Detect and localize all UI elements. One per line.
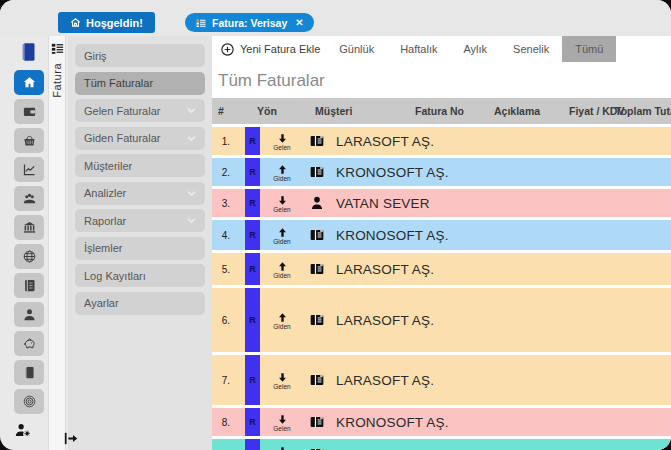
rail-piggy-bank-button[interactable] xyxy=(14,331,44,356)
rail-basket-button[interactable] xyxy=(14,128,44,153)
customer-name: LARASOFT AŞ. xyxy=(336,288,434,352)
table-row[interactable]: 5.RGidenLARASOFT AŞ. xyxy=(212,253,671,285)
customer-name: LARASOFT AŞ. xyxy=(336,355,434,405)
table-row[interactable]: 1.RGelenLARASOFT AŞ. xyxy=(212,127,671,155)
top-bar: Hoşgeldin! Fatura: Verisay ✕ xyxy=(0,0,671,36)
filter-gunluk-button[interactable]: Günlük xyxy=(326,36,387,62)
company-icon xyxy=(305,253,329,285)
direction-cell: Giden xyxy=(264,158,300,186)
company-icon xyxy=(305,220,329,250)
menu-item-label: Gelen Faturalar xyxy=(84,105,160,117)
menu-item-islemler[interactable]: İşlemler xyxy=(75,237,205,260)
menu-item-giris[interactable]: Giriş xyxy=(75,44,205,67)
menu-item-log-kayitlari[interactable]: Log Kayıtları xyxy=(75,264,205,287)
menu-item-label: Raporlar xyxy=(84,215,126,227)
row-number: 3. xyxy=(212,189,230,217)
menu-item-tum-faturalar[interactable]: Tüm Faturalar xyxy=(75,72,205,95)
rail-globe-button[interactable] xyxy=(14,244,44,269)
table-row[interactable]: 2.RGidenKRONOSOFT AŞ. xyxy=(212,158,671,186)
menu-item-label: Müşteriler xyxy=(84,160,132,172)
list-icon xyxy=(195,17,207,29)
table-row[interactable]: 3.RGelenVATAN SEVER xyxy=(212,189,671,217)
direction-cell: Gelen xyxy=(264,127,300,155)
status-badge: R xyxy=(245,408,260,436)
direction-cell: Giden xyxy=(264,253,300,285)
vertical-tab-fatura[interactable]: Fatura xyxy=(48,36,66,450)
company-icon xyxy=(305,127,329,155)
menu-item-gelen-faturalar[interactable]: Gelen Faturalar xyxy=(75,99,205,122)
filter-aylik-button[interactable]: Aylık xyxy=(450,36,500,62)
plus-circle-icon xyxy=(220,42,235,57)
row-number: 1. xyxy=(212,127,230,155)
close-icon[interactable]: ✕ xyxy=(295,17,303,28)
column-header-aciklama: Açıklama xyxy=(494,98,540,124)
table-row[interactable]: 8.RGelenKRONOSOFT AŞ. xyxy=(212,408,671,436)
direction-label: Gelen xyxy=(273,206,290,213)
logout-icon[interactable] xyxy=(62,430,79,447)
column-header-toplam-tutar: Toplam Tutar xyxy=(615,98,671,124)
tab-label: Fatura: Verisay xyxy=(212,17,287,29)
direction-label: Gelen xyxy=(273,383,290,390)
direction-cell: Giden xyxy=(264,288,300,352)
filter-tumu-button[interactable]: Tümü xyxy=(562,36,616,62)
add-invoice-button[interactable]: Yeni Fatura Ekle xyxy=(220,36,326,62)
app-window: Hoşgeldin! Fatura: Verisay ✕ Fatura Giri… xyxy=(0,0,671,450)
filter-senelik-button[interactable]: Senelik xyxy=(500,36,562,62)
customer-name: VATAN SEVER xyxy=(336,189,430,217)
status-badge: R xyxy=(245,253,260,285)
rail-person-button[interactable] xyxy=(14,302,44,327)
user-settings-icon[interactable] xyxy=(14,421,34,441)
app-logo-book-icon[interactable] xyxy=(16,40,42,64)
company-icon xyxy=(305,439,329,450)
table-row[interactable]: 9.RGelenLARASOFT AŞ. xyxy=(212,439,671,450)
status-badge: R xyxy=(245,189,260,217)
table-row[interactable]: 4.RGidenKRONOSOFT AŞ. xyxy=(212,220,671,250)
menu-item-label: Analizler xyxy=(84,187,126,199)
rail-target-button[interactable] xyxy=(14,389,44,414)
company-icon xyxy=(305,158,329,186)
menu-item-musteriler[interactable]: Müşteriler xyxy=(75,154,205,177)
direction-cell: Gelen xyxy=(264,408,300,436)
menu-item-ayarlar[interactable]: Ayarlar xyxy=(75,292,205,315)
company-icon xyxy=(305,288,329,352)
book-icon xyxy=(22,365,37,380)
table-row[interactable]: 7.RGelenLARASOFT AŞ. xyxy=(212,355,671,405)
direction-label: Gelen xyxy=(273,425,290,432)
open-tab-fatura-verisay[interactable]: Fatura: Verisay ✕ xyxy=(185,13,314,32)
menu-item-raporlar[interactable]: Raporlar xyxy=(75,209,205,232)
filter-haftalik-button[interactable]: Haftalık xyxy=(387,36,450,62)
column-header-num: # xyxy=(218,98,224,124)
direction-label: Gelen xyxy=(273,144,290,151)
main-content: Yeni Fatura Ekle GünlükHaftalıkAylıkSene… xyxy=(212,36,671,450)
rail-book-button[interactable] xyxy=(14,360,44,385)
basket-icon xyxy=(22,133,37,148)
rail-notebook-button[interactable] xyxy=(14,273,44,298)
table-row[interactable]: 6.RGidenLARASOFT AŞ. xyxy=(212,288,671,352)
menu-item-giden-faturalar[interactable]: Giden Faturalar xyxy=(75,127,205,150)
chevron-down-icon xyxy=(186,188,197,199)
rail-people-button[interactable] xyxy=(14,186,44,211)
company-icon xyxy=(305,408,329,436)
menu-item-analizler[interactable]: Analizler xyxy=(75,182,205,205)
arrow-down-icon xyxy=(276,445,289,450)
rail-chart-button[interactable] xyxy=(14,157,44,182)
rail-wallet-button[interactable] xyxy=(14,99,44,124)
customer-name: LARASOFT AŞ. xyxy=(336,127,434,155)
menu-item-label: İşlemler xyxy=(84,242,123,254)
page-title: Tüm Faturalar xyxy=(212,62,671,98)
welcome-button[interactable]: Hoşgeldin! xyxy=(58,12,155,33)
home-icon xyxy=(70,17,81,28)
chevron-down-icon xyxy=(186,105,197,116)
people-icon xyxy=(22,191,37,206)
target-icon xyxy=(22,394,37,409)
row-number: 8. xyxy=(212,408,230,436)
status-badge: R xyxy=(245,355,260,405)
rail-home-button[interactable] xyxy=(14,70,44,95)
notebook-icon xyxy=(22,278,37,293)
customer-name: KRONOSOFT AŞ. xyxy=(336,220,449,250)
row-number: 9. xyxy=(212,439,230,450)
chevron-down-icon xyxy=(186,133,197,144)
customer-name: KRONOSOFT AŞ. xyxy=(336,158,449,186)
rail-bank-button[interactable] xyxy=(14,215,44,240)
icon-rail xyxy=(10,36,48,450)
